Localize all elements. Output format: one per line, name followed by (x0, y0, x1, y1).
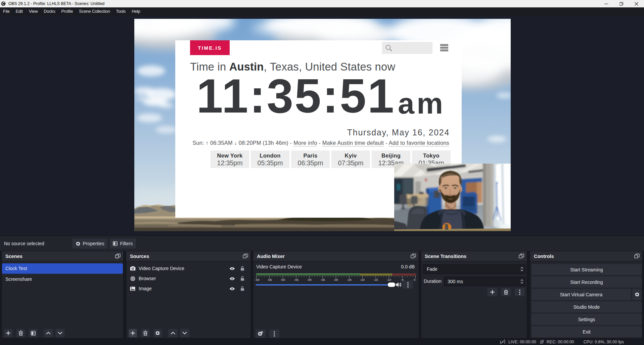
scene-filters-button[interactable] (29, 329, 37, 337)
world-time-paris[interactable]: Paris06:35pm (291, 150, 330, 168)
dock-area: Scenes Clock Test Screenshare Sources Vi… (0, 251, 644, 339)
scene-transitions-body: Fade Duration 300 ms (421, 261, 527, 338)
timeis-search-box[interactable] (382, 42, 432, 54)
clock-ampm: am (398, 86, 445, 121)
close-button[interactable] (629, 0, 644, 7)
transition-select-arrows[interactable] (519, 265, 525, 273)
scene-item-screenshare[interactable]: Screenshare (2, 274, 123, 285)
duration-spin-arrows[interactable] (519, 277, 525, 286)
popout-icon[interactable] (411, 254, 416, 258)
city-name: Tokyo (412, 153, 451, 159)
lock-icon[interactable] (240, 276, 244, 281)
scene-transitions-header[interactable]: Scene Transitions (421, 251, 527, 261)
rec-status: REC: 00:00:00 (547, 340, 574, 344)
start-virtual-camera-button[interactable]: Start Virtual Camera (532, 289, 631, 300)
add-transition-button[interactable] (487, 288, 497, 296)
menu-docks[interactable]: Docks (41, 7, 58, 16)
transition-properties-button[interactable] (515, 288, 525, 296)
camera-icon (130, 266, 136, 271)
transition-select[interactable]: Fade (423, 264, 525, 274)
source-properties-button[interactable] (153, 329, 162, 337)
advanced-audio-button[interactable] (256, 330, 266, 338)
panel-title: Scenes (5, 254, 22, 259)
sources-panel: Sources Video Capture Device Browser Ima… (126, 251, 251, 339)
audio-mixer-panel: Audio Mixer Video Capture Device 0.0 dB (253, 251, 419, 339)
globe-icon (130, 276, 136, 281)
scene-transitions-panel: Scene Transitions Fade Duration 300 ms (421, 251, 527, 339)
source-toolbar: No source selected Properties Filters (0, 235, 644, 251)
webcam-overlay (394, 164, 511, 231)
lock-icon[interactable] (240, 266, 244, 271)
duration-value: 300 ms (444, 277, 525, 286)
fader-handle[interactable] (388, 283, 395, 287)
virtual-camera-config-button[interactable] (632, 289, 642, 300)
make-default-link[interactable]: Make Austin time default (322, 140, 384, 146)
remove-source-button[interactable] (141, 329, 149, 337)
chevron-down-icon (182, 332, 187, 335)
move-source-up-button[interactable] (168, 329, 178, 337)
start-recording-button[interactable]: Start Recording (532, 276, 642, 288)
remove-scene-button[interactable] (16, 329, 25, 337)
visibility-icon[interactable] (229, 267, 235, 270)
sun-info-line: Sun: ↑ 06:35AM ↓ 08:20PM (13h 46m) - Mor… (175, 140, 449, 146)
audio-mixer-header[interactable]: Audio Mixer (253, 251, 419, 261)
move-source-down-button[interactable] (180, 329, 189, 337)
more-info-link[interactable]: More info (293, 140, 317, 146)
filters-button[interactable]: Filters (110, 239, 136, 249)
restore-button[interactable] (614, 0, 629, 7)
settings-button[interactable]: Settings (532, 314, 642, 325)
scenes-header[interactable]: Scenes (2, 251, 123, 261)
add-source-button[interactable] (129, 329, 137, 337)
controls-header[interactable]: Controls (530, 251, 642, 261)
menu-help[interactable]: Help (129, 7, 143, 16)
start-streaming-button[interactable]: Start Streaming (532, 264, 642, 275)
world-time-newyork[interactable]: New York12:35pm (211, 150, 249, 168)
popout-icon[interactable] (115, 254, 121, 258)
add-scene-button[interactable] (4, 329, 12, 337)
mixer-menu-button[interactable] (269, 330, 279, 338)
timeis-logo[interactable]: TIME.IS (190, 40, 230, 55)
studio-mode-button[interactable]: Studio Mode (532, 301, 642, 312)
duration-spinbox[interactable]: 300 ms (444, 277, 525, 286)
menu-file[interactable]: File (0, 7, 13, 16)
exit-button[interactable]: Exit (532, 326, 642, 337)
popout-icon[interactable] (243, 254, 248, 258)
chevron-down-icon (520, 282, 523, 284)
volume-slider[interactable] (256, 281, 417, 289)
menu-tools[interactable]: Tools (113, 7, 129, 16)
visibility-icon[interactable] (229, 277, 235, 281)
filter-icon (113, 241, 118, 246)
properties-button[interactable]: Properties (72, 239, 107, 249)
scene-item-clock-test[interactable]: Clock Test (2, 263, 123, 274)
world-time-london[interactable]: London05:35pm (251, 150, 289, 168)
window-controls (599, 0, 644, 7)
speaker-icon[interactable] (396, 282, 402, 288)
city-time: 07:35pm (331, 160, 370, 167)
mixer-channel-menu-button[interactable] (403, 281, 413, 289)
add-favorite-link[interactable]: Add to favorite locations (389, 140, 449, 146)
source-row-browser[interactable]: Browser (126, 273, 251, 284)
image-icon (130, 287, 136, 291)
program-preview[interactable]: TIME.IS Time in Austin, Texas, United St… (134, 19, 511, 231)
move-scene-up-button[interactable] (44, 329, 53, 337)
minimize-button[interactable] (599, 0, 614, 7)
hamburger-menu-icon[interactable] (440, 44, 448, 52)
menu-scene-collection[interactable]: Scene Collection (76, 7, 113, 16)
dots-vertical-icon (519, 290, 520, 295)
move-scene-down-button[interactable] (55, 329, 65, 337)
menu-view[interactable]: View (26, 7, 41, 16)
remove-transition-button[interactable] (501, 288, 511, 296)
menu-profile[interactable]: Profile (58, 7, 76, 16)
popout-icon[interactable] (634, 254, 640, 258)
source-row-image[interactable]: Image (126, 284, 251, 294)
visibility-icon[interactable] (229, 287, 235, 291)
filters-label: Filters (120, 241, 133, 246)
source-row-video-capture[interactable]: Video Capture Device (126, 263, 251, 273)
world-time-kyiv[interactable]: Kyiv07:35pm (331, 150, 370, 168)
fader-track[interactable] (256, 284, 388, 286)
popout-icon[interactable] (519, 254, 524, 258)
lock-icon[interactable] (240, 286, 244, 291)
sources-header[interactable]: Sources (126, 251, 251, 261)
menu-edit[interactable]: Edit (13, 7, 26, 16)
transition-value: Fade (423, 265, 525, 273)
